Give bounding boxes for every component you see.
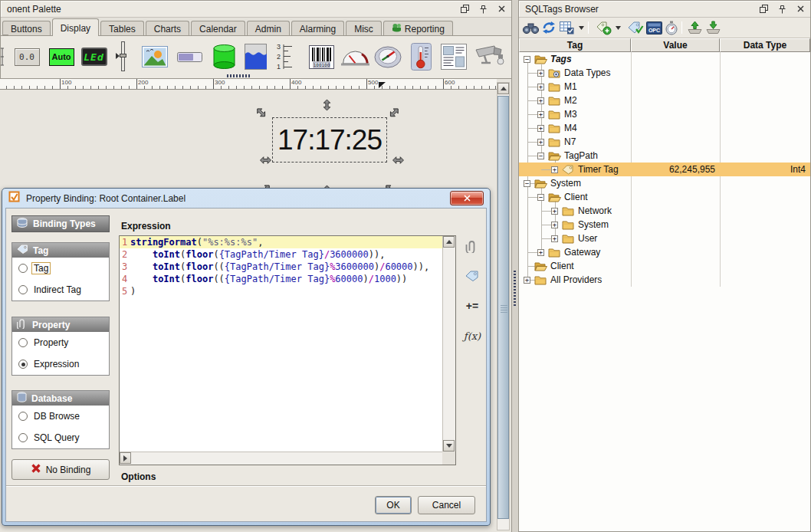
radio-option-db-browse[interactable]: DB Browse bbox=[12, 406, 109, 427]
level-indicator-icon[interactable] bbox=[245, 38, 267, 76]
scroll-up-button[interactable] bbox=[497, 83, 509, 94]
column-header-tag[interactable]: Tag bbox=[519, 38, 631, 52]
radio-button[interactable] bbox=[18, 338, 28, 347]
editor-vertical-scrollbar[interactable] bbox=[442, 236, 455, 452]
cylindrical-tank-icon[interactable] bbox=[212, 38, 236, 76]
tree-row-client[interactable]: −Client bbox=[519, 190, 810, 204]
no-binding-button[interactable]: No Binding bbox=[11, 459, 110, 480]
pin-icon[interactable] bbox=[478, 4, 488, 14]
radio-option-expression[interactable]: Expression bbox=[12, 353, 109, 375]
image-icon[interactable] bbox=[142, 38, 168, 76]
code-line[interactable]: 2 toInt(floor({TagPath/Timer Tag}/360000… bbox=[120, 248, 442, 261]
tree-row-m1[interactable]: +M1 bbox=[519, 80, 810, 94]
stopwatch-icon[interactable] bbox=[665, 20, 678, 35]
add-tag-icon[interactable] bbox=[596, 20, 612, 35]
resize-nw-handle[interactable] bbox=[257, 103, 271, 117]
expand-toggle[interactable]: + bbox=[537, 84, 544, 90]
code-line[interactable]: 4 toInt(floor(({TagPath/Timer Tag}%60000… bbox=[120, 273, 442, 285]
operator-icon[interactable]: += bbox=[466, 297, 478, 314]
cancel-button[interactable]: Cancel bbox=[418, 496, 475, 514]
slider-icon[interactable] bbox=[114, 38, 126, 76]
expand-toggle[interactable]: + bbox=[537, 70, 544, 77]
time-label[interactable]: 17:17:25 bbox=[272, 117, 387, 163]
resize-e-handle[interactable] bbox=[392, 153, 404, 161]
tab-admin[interactable]: Admin bbox=[247, 21, 290, 35]
tree-row-system[interactable]: +System bbox=[519, 218, 810, 232]
tree-row-timer-tag[interactable]: +Timer Tag62,245,955Int4 bbox=[519, 163, 810, 176]
column-header-data-type[interactable]: Data Type bbox=[720, 38, 810, 52]
canvas-vertical-scrollbar[interactable] bbox=[497, 82, 510, 530]
collapse-toggle[interactable]: − bbox=[524, 56, 530, 63]
tree-row-tagpath[interactable]: −TagPath bbox=[519, 149, 810, 163]
dropdown-arrow-icon[interactable] bbox=[579, 20, 584, 35]
camera-icon[interactable] bbox=[473, 38, 507, 76]
editor-scroll-down-button[interactable] bbox=[443, 440, 455, 452]
expression-code[interactable]: 1stringFormat("%s:%s:%s",2 toInt(floor({… bbox=[120, 236, 442, 452]
expand-toggle[interactable]: + bbox=[551, 166, 558, 173]
dialog-close-button[interactable] bbox=[450, 191, 484, 205]
tab-misc[interactable]: Misc bbox=[346, 21, 382, 35]
expression-editor[interactable]: 1stringFormat("%s:%s:%s",2 toInt(floor({… bbox=[119, 235, 456, 465]
tab-reporting[interactable]: Reporting bbox=[383, 21, 453, 35]
dropdown-arrow-icon[interactable] bbox=[616, 20, 621, 35]
tree-row-user[interactable]: +User bbox=[519, 232, 810, 245]
tab-tables[interactable]: Tables bbox=[100, 21, 144, 35]
tab-alarming[interactable]: Alarming bbox=[291, 21, 344, 35]
expand-toggle[interactable]: + bbox=[537, 125, 544, 132]
code-line[interactable]: 1stringFormat("%s:%s:%s", bbox=[120, 236, 442, 248]
resize-ne-handle[interactable] bbox=[386, 103, 399, 117]
radio-button[interactable] bbox=[18, 433, 28, 442]
restore-icon[interactable] bbox=[459, 4, 470, 14]
meter-icon[interactable] bbox=[341, 38, 369, 76]
multi-state-button-icon[interactable]: Auto bbox=[48, 38, 74, 76]
expand-toggle[interactable]: + bbox=[537, 139, 544, 146]
radio-button[interactable] bbox=[18, 285, 28, 294]
close-icon[interactable] bbox=[496, 4, 507, 14]
tag-blue-icon[interactable] bbox=[465, 268, 479, 284]
expand-toggle[interactable]: + bbox=[551, 208, 558, 215]
collapse-toggle[interactable]: − bbox=[537, 153, 544, 159]
restore-icon[interactable] bbox=[758, 4, 769, 14]
report-viewer-icon[interactable] bbox=[441, 38, 467, 76]
radio-button[interactable] bbox=[18, 360, 28, 369]
editor-scroll-right-button[interactable] bbox=[120, 452, 131, 464]
code-line[interactable]: 3 toInt(floor(({TagPath/Timer Tag}%36000… bbox=[120, 261, 442, 273]
expand-toggle[interactable]: + bbox=[551, 235, 558, 242]
tab-display[interactable]: Display bbox=[52, 18, 99, 36]
ok-button[interactable]: OK bbox=[375, 496, 412, 514]
editor-scroll-up-button[interactable] bbox=[443, 236, 455, 248]
collapse-toggle[interactable]: − bbox=[537, 194, 544, 201]
tree-row-tags[interactable]: −Tags bbox=[519, 52, 810, 66]
tree-row-m2[interactable]: +M2 bbox=[519, 94, 810, 107]
selected-label-component[interactable]: 17:17:25 bbox=[253, 100, 406, 181]
palette-gripper[interactable] bbox=[227, 74, 251, 77]
tree-row-client[interactable]: Client bbox=[519, 259, 810, 273]
expand-toggle[interactable]: + bbox=[537, 97, 544, 104]
close-icon[interactable] bbox=[795, 4, 806, 14]
tag-check-icon[interactable] bbox=[628, 20, 644, 35]
tab-buttons[interactable]: Buttons bbox=[2, 21, 51, 35]
binoculars-icon[interactable] bbox=[523, 20, 539, 35]
grid-icon[interactable] bbox=[560, 20, 574, 35]
tab-charts[interactable]: Charts bbox=[146, 21, 189, 35]
tree-row-network[interactable]: +Network bbox=[519, 204, 810, 218]
led-display-icon[interactable]: LEd bbox=[80, 38, 107, 76]
canvas-scrollbar-thumb[interactable] bbox=[497, 96, 509, 519]
tree-row-data-types[interactable]: +Data Types bbox=[519, 66, 810, 80]
resize-w-handle[interactable] bbox=[260, 153, 271, 161]
collapse-toggle[interactable]: − bbox=[524, 180, 530, 187]
pin-icon[interactable] bbox=[777, 4, 787, 14]
paperclip-icon[interactable] bbox=[465, 238, 479, 255]
sqltags-tree[interactable]: −Tags+Data Types+M1+M2+M3+M4+N7−TagPath+… bbox=[519, 52, 810, 531]
tree-row-n7[interactable]: +N7 bbox=[519, 135, 810, 149]
function-icon[interactable]: ƒ(x) bbox=[464, 327, 481, 344]
expand-toggle[interactable]: + bbox=[524, 277, 530, 284]
linear-scale-icon[interactable]: 321 bbox=[274, 38, 301, 76]
code-line[interactable]: 5) bbox=[120, 285, 442, 297]
compass-icon[interactable] bbox=[374, 38, 402, 76]
tree-row-system[interactable]: −System bbox=[519, 176, 810, 190]
radio-option-indirect-tag[interactable]: Indirect Tag bbox=[12, 279, 109, 300]
opc-icon[interactable]: OPC bbox=[646, 20, 662, 35]
tab-calendar[interactable]: Calendar bbox=[191, 21, 245, 35]
radio-option-sql-query[interactable]: SQL Query bbox=[12, 427, 109, 448]
